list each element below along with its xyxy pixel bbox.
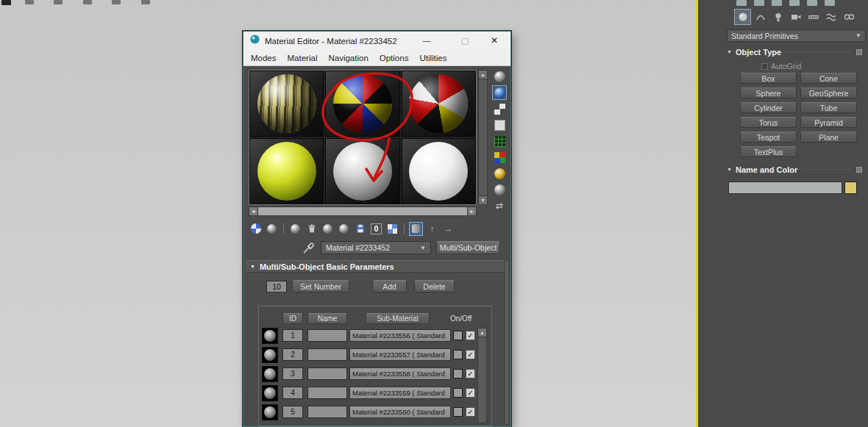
sphere-button[interactable]: Sphere: [740, 87, 797, 98]
toolbar-icon-clipped[interactable]: [54, 0, 63, 4]
put-material-to-scene-icon[interactable]: [266, 223, 278, 235]
space-warps-icon[interactable]: [823, 10, 839, 24]
helpers-icon[interactable]: [805, 10, 821, 24]
sample-slot-4[interactable]: [249, 138, 324, 204]
cylinder-button[interactable]: Cylinder: [740, 102, 797, 113]
basic-parameters-rollout-header[interactable]: ▼ Multi/Sub-Object Basic Parameters: [246, 260, 505, 273]
get-material-icon[interactable]: [249, 223, 262, 235]
toolbar-icon-clipped[interactable]: [825, 0, 835, 6]
sub-material-button[interactable]: Material #2233558 ( Standard: [349, 367, 451, 380]
systems-icon[interactable]: [841, 10, 856, 24]
cameras-icon[interactable]: [788, 10, 803, 24]
box-button[interactable]: Box: [740, 73, 797, 84]
sub-material-id[interactable]: 2: [282, 348, 303, 361]
sub-material-on-checkbox[interactable]: [466, 407, 475, 417]
scroll-up-icon[interactable]: ▲: [479, 71, 487, 79]
toolbar-icon-clipped[interactable]: [807, 0, 817, 6]
material-count-field[interactable]: 10: [266, 281, 287, 293]
sub-material-color-swatch[interactable]: [453, 388, 463, 398]
sub-material-color-swatch[interactable]: [453, 350, 463, 359]
sample-slot-6[interactable]: [402, 138, 476, 204]
pyramid-button[interactable]: Pyramid: [800, 117, 857, 128]
toolbar-icon-clipped[interactable]: [772, 0, 782, 6]
sample-horizontal-scrollbar[interactable]: ◄ ►: [249, 207, 477, 216]
sub-material-name-input[interactable]: [307, 329, 347, 342]
scroll-left-icon[interactable]: ◄: [249, 207, 258, 215]
maximize-button[interactable]: ▢: [457, 32, 473, 50]
show-shaded-in-viewport-icon[interactable]: [386, 223, 399, 235]
go-to-parent-icon[interactable]: ↑: [426, 223, 438, 235]
minimize-button[interactable]: —: [419, 32, 435, 50]
rollout-scrollbar[interactable]: [505, 260, 509, 425]
make-material-copy-icon[interactable]: [321, 223, 334, 235]
object-name-input[interactable]: [728, 182, 842, 194]
autogrid-checkbox[interactable]: AutoGrid: [761, 62, 801, 71]
sub-material-name-input[interactable]: [307, 387, 347, 399]
backlight-icon[interactable]: [493, 86, 506, 99]
table-scrollbar[interactable]: ▲: [477, 328, 487, 423]
make-unique-icon[interactable]: [338, 223, 350, 235]
teapot-button[interactable]: Teapot: [740, 132, 797, 143]
sample-vertical-scrollbar[interactable]: ▲ ▼: [478, 70, 488, 205]
scroll-down-icon[interactable]: ▼: [479, 195, 487, 204]
id-column-header[interactable]: ID: [282, 313, 303, 324]
sub-material-button[interactable]: Material #2233556 ( Standard: [349, 329, 451, 342]
reset-map-icon[interactable]: [305, 223, 318, 235]
toolbar-icon-clipped[interactable]: [736, 0, 747, 6]
object-type-rollout-header[interactable]: ▼ Object Type: [727, 46, 862, 57]
scroll-up-icon[interactable]: ▲: [478, 329, 486, 337]
assign-material-to-selection-icon[interactable]: [289, 223, 302, 235]
textplus-button[interactable]: TextPlus: [740, 146, 797, 157]
sub-material-id[interactable]: 4: [282, 387, 303, 399]
sample-tiling-icon[interactable]: [493, 118, 506, 132]
toolbar-icon-clipped[interactable]: [112, 0, 121, 4]
primitives-dropdown[interactable]: Standard Primitives ▼: [727, 29, 866, 42]
sub-material-name-input[interactable]: [307, 348, 347, 361]
show-end-result-icon[interactable]: [410, 223, 422, 235]
sample-slot-2[interactable]: [325, 71, 399, 137]
title-bar[interactable]: Material Editor - Material #2233452 — ▢ …: [243, 32, 511, 50]
sub-material-name-input[interactable]: [307, 406, 347, 418]
sub-material-on-checkbox[interactable]: [466, 369, 475, 378]
sub-material-button[interactable]: Material #2233557 ( Standard: [349, 348, 451, 361]
add-button[interactable]: Add: [372, 280, 407, 293]
geosphere-button[interactable]: GeoSphere: [800, 87, 857, 98]
material-id-channel-icon[interactable]: 0: [370, 223, 383, 235]
delete-button[interactable]: Delete: [414, 280, 455, 293]
sub-material-button[interactable]: Material #2233560 ( Standard: [349, 406, 451, 418]
checkbox-icon[interactable]: [761, 63, 768, 70]
set-number-button[interactable]: Set Number: [292, 280, 349, 293]
video-color-check-icon[interactable]: [493, 134, 506, 148]
sample-slot-5[interactable]: [325, 138, 399, 204]
object-color-swatch[interactable]: [844, 182, 857, 194]
menu-utilities[interactable]: Utilities: [419, 54, 447, 62]
toolbar-icon-clipped[interactable]: [83, 0, 92, 4]
material-map-navigator-icon[interactable]: ⇄: [493, 199, 506, 212]
pick-material-eyedropper-icon[interactable]: [302, 241, 316, 254]
menu-navigation[interactable]: Navigation: [328, 54, 368, 62]
material-name-dropdown[interactable]: Material #2233452 ▼: [321, 241, 431, 254]
rollout-grip-icon[interactable]: [856, 49, 862, 55]
sub-material-id[interactable]: 1: [282, 329, 303, 342]
material-type-button[interactable]: Multi/Sub-Object: [436, 241, 500, 254]
sample-slot-1[interactable]: [249, 71, 324, 137]
sub-material-color-swatch[interactable]: [453, 331, 463, 340]
name-and-color-rollout-header[interactable]: ▼ Name and Color: [727, 164, 862, 175]
background-checker-icon[interactable]: [493, 102, 506, 115]
options-icon[interactable]: [493, 167, 506, 180]
sub-material-on-checkbox[interactable]: [466, 350, 475, 359]
sub-material-name-input[interactable]: [307, 367, 347, 380]
sub-material-id[interactable]: 3: [282, 367, 303, 380]
rollout-grip-icon[interactable]: [856, 167, 862, 173]
toolbar-icon-clipped[interactable]: [141, 0, 150, 4]
toolbar-icon-clipped[interactable]: [789, 0, 800, 6]
sub-material-color-swatch[interactable]: [453, 369, 463, 378]
sample-type-sphere-icon[interactable]: [493, 70, 506, 83]
sub-material-id[interactable]: 5: [282, 406, 303, 418]
tube-button[interactable]: Tube: [800, 102, 857, 113]
toolbar-icon-clipped[interactable]: [754, 0, 764, 6]
sub-material-on-checkbox[interactable]: [466, 331, 475, 340]
cone-button[interactable]: Cone: [800, 73, 857, 84]
menu-modes[interactable]: Modes: [251, 54, 277, 62]
torus-button[interactable]: Torus: [740, 117, 797, 128]
